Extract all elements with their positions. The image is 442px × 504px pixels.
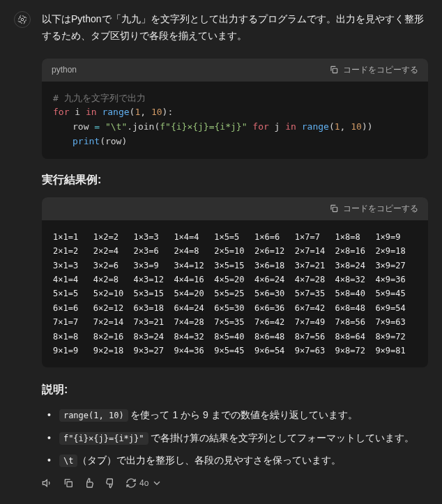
refresh-icon bbox=[125, 478, 137, 489]
result-heading: 実行結果例: bbox=[42, 173, 428, 188]
code-block: python コードをコピーする # 九九を文字列で出力 for i in ra… bbox=[42, 59, 428, 159]
list-item: •\t（タブ）で出力を整形し、各段の見やすさを保っています。 bbox=[47, 452, 428, 468]
list-item: •f"{i}×{j}={i*j}" で各掛け算の結果を文字列としてフォーマットし… bbox=[47, 430, 428, 445]
svg-rect-1 bbox=[333, 68, 337, 72]
inline-code: f"{i}×{j}={i*j}" bbox=[59, 432, 148, 445]
copy-output-button[interactable]: コードをコピーする bbox=[329, 203, 418, 215]
explanation-list: •range(1, 10) を使って 1 から 9 までの数値を繰り返しています… bbox=[42, 407, 428, 468]
svg-rect-3 bbox=[67, 482, 72, 487]
output-body: 1×1=1 1×2=2 1×3=3 1×4=4 1×5=5 1×6=6 1×7=… bbox=[42, 220, 428, 368]
list-item: •range(1, 10) を使って 1 から 9 までの数値を繰り返しています… bbox=[47, 407, 428, 422]
speaker-icon bbox=[42, 478, 53, 489]
explain-heading: 説明: bbox=[42, 383, 428, 397]
code-lang: python bbox=[52, 65, 77, 75]
copy-code-button[interactable]: コードをコピーする bbox=[329, 64, 418, 76]
thumbs-down-button[interactable] bbox=[105, 478, 116, 489]
intro-text: 以下はPythonで「九九」を文字列として出力するプログラムです。出力を見やすく… bbox=[42, 11, 428, 45]
copy-icon bbox=[329, 65, 339, 75]
svg-point-0 bbox=[21, 18, 24, 21]
inline-code: \t bbox=[59, 455, 77, 467]
thumbs-up-button[interactable] bbox=[84, 478, 95, 489]
assistant-avatar bbox=[14, 11, 31, 28]
chevron-down-icon bbox=[151, 478, 162, 489]
svg-rect-2 bbox=[333, 208, 337, 212]
code-body: # 九九を文字列で出力 for i in range(1, 10): row =… bbox=[42, 82, 428, 159]
message-actions: 4o bbox=[42, 478, 428, 489]
thumbs-down-icon bbox=[105, 478, 116, 489]
inline-code: range(1, 10) bbox=[59, 409, 128, 422]
message-content: 以下はPythonで「九九」を文字列として出力するプログラムです。出力を見やすく… bbox=[42, 11, 428, 489]
code-header: python コードをコピーする bbox=[42, 59, 428, 82]
copy-icon bbox=[63, 478, 74, 489]
model-switch-button[interactable]: 4o bbox=[125, 478, 162, 489]
copy-message-button[interactable] bbox=[63, 478, 74, 489]
thumbs-up-icon bbox=[84, 478, 95, 489]
read-aloud-button[interactable] bbox=[42, 478, 53, 489]
copy-icon bbox=[329, 204, 339, 213]
output-block: コードをコピーする 1×1=1 1×2=2 1×3=3 1×4=4 1×5=5 … bbox=[42, 197, 428, 368]
output-header: コードをコピーする bbox=[42, 197, 428, 220]
